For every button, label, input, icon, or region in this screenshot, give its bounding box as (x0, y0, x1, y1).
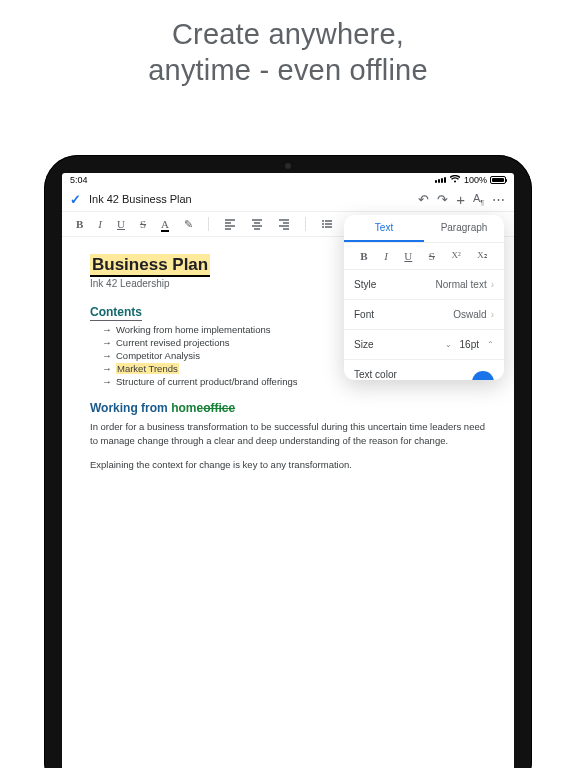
popover-format-row: B I U S X² X₂ (344, 243, 504, 270)
size-increase[interactable]: ⌃ (487, 340, 494, 349)
tab-text[interactable]: Text (344, 215, 424, 242)
popover-strike[interactable]: S (429, 250, 435, 262)
strikethrough-button[interactable]: S (140, 218, 146, 230)
popover-italic[interactable]: I (384, 250, 388, 262)
align-center-button[interactable] (251, 218, 263, 230)
document-titlebar: ✓ Ink 42 Business Plan ↶ ↷ + A¶ ⋯ (62, 187, 514, 211)
highlight-button[interactable]: ✎ (184, 218, 193, 231)
popover-tabs: Text Paragraph (344, 215, 504, 243)
size-label: Size (354, 339, 373, 350)
done-check-icon[interactable]: ✓ (70, 192, 81, 207)
text-color-label: Text color (354, 369, 397, 380)
font-row[interactable]: Font Oswald› (344, 300, 504, 330)
size-row: Size ⌄ 16pt ⌃ (344, 330, 504, 360)
app-screen: 5:04 100% ✓ Ink 42 Business Plan ↶ ↷ + A… (62, 173, 514, 768)
toolbar-separator (305, 217, 306, 231)
format-popover: Text Paragraph B I U S X² X₂ Style Norma… (344, 215, 504, 380)
tab-paragraph[interactable]: Paragraph (424, 215, 504, 242)
doc-heading: Business Plan (90, 254, 210, 277)
chevron-right-icon: › (491, 279, 494, 290)
status-bar: 5:04 100% (62, 173, 514, 187)
wifi-icon (450, 175, 460, 185)
bold-button[interactable]: B (76, 218, 83, 230)
popover-superscript[interactable]: X² (451, 250, 460, 262)
arrow-icon: → (102, 350, 112, 361)
bullet-list-button[interactable] (321, 218, 333, 230)
insert-icon[interactable]: + (456, 191, 465, 208)
redo-icon[interactable]: ↷ (437, 192, 448, 207)
popover-subscript[interactable]: X₂ (477, 250, 488, 262)
popover-underline[interactable]: U (404, 250, 412, 262)
font-label: Font (354, 309, 374, 320)
cellular-icon (435, 177, 446, 183)
italic-button[interactable]: I (98, 218, 102, 230)
style-label: Style (354, 279, 376, 290)
paragraph: In order for a business transformation t… (90, 420, 486, 448)
more-icon[interactable]: ⋯ (492, 192, 506, 207)
size-decrease[interactable]: ⌄ (445, 340, 452, 349)
arrow-icon: → (102, 363, 112, 374)
document-title[interactable]: Ink 42 Business Plan (89, 193, 410, 205)
chevron-right-icon: › (491, 309, 494, 320)
text-color-row[interactable]: Text color (344, 360, 504, 380)
arrow-icon: → (102, 337, 112, 348)
size-value: 16pt (460, 339, 479, 350)
svg-point-2 (322, 226, 324, 228)
arrow-icon: → (102, 324, 112, 335)
format-icon[interactable]: A¶ (473, 192, 484, 206)
battery-percent: 100% (464, 175, 487, 185)
toolbar-separator (208, 217, 209, 231)
promo-tagline: Create anywhere, anytime - even offline (0, 16, 576, 89)
contents-heading: Contents (90, 305, 142, 321)
color-swatch (472, 371, 494, 381)
battery-icon (490, 176, 506, 184)
tagline-line-2: anytime - even offline (0, 52, 576, 88)
paragraph: Explaining the context for change is key… (90, 458, 486, 472)
popover-bold[interactable]: B (360, 250, 367, 262)
arrow-icon: → (102, 376, 112, 387)
section-heading: Working from homeoffice (90, 401, 486, 415)
align-left-button[interactable] (224, 218, 236, 230)
ipad-camera (285, 163, 291, 169)
tagline-line-1: Create anywhere, (0, 16, 576, 52)
status-time: 5:04 (70, 175, 88, 185)
underline-button[interactable]: U (117, 218, 125, 230)
svg-point-1 (322, 223, 324, 225)
text-color-button[interactable]: A (161, 218, 169, 230)
ipad-frame: 5:04 100% ✓ Ink 42 Business Plan ↶ ↷ + A… (44, 155, 532, 768)
style-row[interactable]: Style Normal text› (344, 270, 504, 300)
undo-icon[interactable]: ↶ (418, 192, 429, 207)
svg-point-0 (322, 220, 324, 222)
align-right-button[interactable] (278, 218, 290, 230)
